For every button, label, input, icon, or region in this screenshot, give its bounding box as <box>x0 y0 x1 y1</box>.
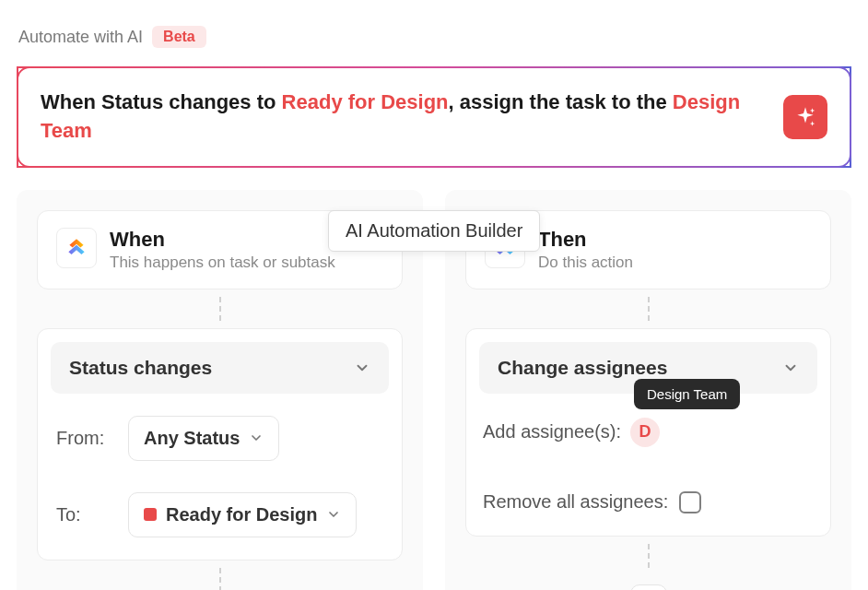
add-assignee-label: Add assignee(s): <box>483 421 621 442</box>
clickup-logo-icon <box>65 236 88 260</box>
trigger-select-label: Status changes <box>69 357 212 379</box>
from-status-value: Any Status <box>144 428 240 449</box>
to-status-select[interactable]: Ready for Design <box>128 492 357 537</box>
when-trigger-panel: Status changes From: Any Status To: <box>37 328 403 560</box>
prompt-status-accent: Ready for Design <box>282 90 449 113</box>
connector-line <box>465 289 831 328</box>
connector-line <box>465 537 831 575</box>
prompt-prefix: When Status changes to <box>41 90 282 113</box>
to-label: To: <box>56 504 113 525</box>
remove-assignees-label: Remove all assignees: <box>483 491 668 513</box>
ai-prompt-box[interactable]: When Status changes to Ready for Design,… <box>17 66 851 168</box>
connector-line <box>37 560 403 590</box>
prompt-text: When Status changes to Ready for Design,… <box>41 88 768 146</box>
sparkle-icon <box>793 105 817 129</box>
assignee-tooltip: Design Team <box>634 379 740 409</box>
chevron-down-icon <box>326 507 341 522</box>
status-color-swatch <box>144 508 157 521</box>
assignee-avatar[interactable]: D <box>630 418 660 447</box>
connector-line <box>37 289 403 328</box>
ai-submit-button[interactable] <box>783 95 827 139</box>
chevron-down-icon <box>354 360 370 376</box>
then-title: Then <box>538 228 633 252</box>
beta-badge: Beta <box>152 26 206 48</box>
from-label: From: <box>56 428 113 449</box>
then-subtitle: Do this action <box>538 254 633 272</box>
chevron-down-icon <box>249 431 264 445</box>
to-status-value: Ready for Design <box>166 504 317 525</box>
ai-builder-tooltip: AI Automation Builder <box>328 210 540 252</box>
action-select-label: Change assignees <box>498 357 667 379</box>
then-action-panel: Change assignees Design Team Add assigne… <box>465 328 831 537</box>
remove-assignees-checkbox[interactable] <box>679 491 701 513</box>
app-logo-tile <box>56 228 97 268</box>
add-action-button[interactable]: + <box>630 584 667 590</box>
prompt-middle: , assign the task to the <box>449 90 673 113</box>
when-title: When <box>110 228 335 252</box>
when-subtitle: This happens on task or subtask <box>110 254 335 272</box>
chevron-down-icon <box>782 360 799 376</box>
trigger-select[interactable]: Status changes <box>51 342 389 394</box>
page-title: Automate with AI <box>18 28 143 47</box>
from-status-select[interactable]: Any Status <box>128 416 279 461</box>
